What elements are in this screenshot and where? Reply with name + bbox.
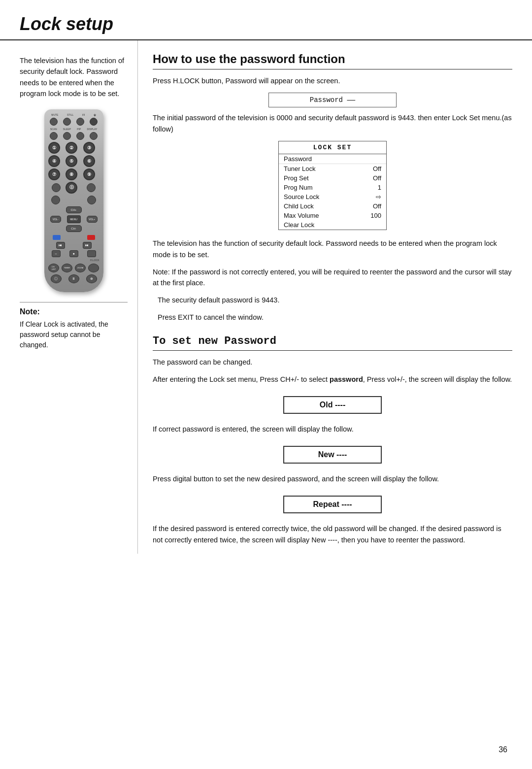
lockset-tunerlock-row: Tuner Lock Off	[279, 164, 386, 173]
lockset-maxvolume-row: Max Volume 100	[279, 211, 386, 220]
minus-btn: –	[52, 250, 61, 257]
how-to-para1: The initial password of the television i…	[153, 112, 512, 135]
ch-plus-btn: CH+	[66, 206, 82, 213]
title-bar: Lock setup	[0, 0, 532, 40]
bottom-row-2: ⓘ ⏸ ⊕	[47, 274, 100, 283]
page-number: 36	[499, 745, 507, 754]
lockset-password-row: Password	[279, 154, 386, 164]
sleep-btn	[63, 132, 71, 140]
lockset-sourcelock-row: Source Lock ⇨	[279, 192, 386, 201]
ch-minus-btn: CH-	[66, 225, 82, 232]
info-btn: ⓘ	[51, 274, 62, 283]
lockset-progset-label: Prog Set	[284, 174, 362, 182]
remote-second-buttons	[47, 132, 100, 140]
lockset-sourcelock-label: Source Lock	[284, 193, 362, 201]
pstd-btn	[51, 196, 60, 204]
new-password-title: To set new Password	[153, 335, 512, 351]
lockset-tunerlock-value: Off	[362, 165, 381, 172]
lockset-maxvolume-value: 100	[362, 212, 381, 219]
lockset-progset-value: Off	[362, 174, 381, 182]
remote-numpad: ① ② ③ ④ ⑤ ⑥ ⑦ ⑧ ⑨ ⓪	[48, 142, 100, 194]
how-to-section: How to use the password function Press H…	[153, 52, 512, 323]
rt-btn	[88, 264, 99, 272]
page-container: Lock setup The television has the functi…	[0, 0, 532, 769]
old-display-text: Old ----	[320, 401, 345, 409]
new-display-container: New ----	[153, 441, 512, 468]
new-password-section: To set new Password The password can be …	[153, 335, 512, 545]
right-column: How to use the password function Press H…	[138, 40, 512, 554]
rec-btn: ●	[69, 250, 78, 257]
menu-btn: MENU	[67, 215, 81, 223]
pip-btn	[76, 132, 84, 140]
bottom-row-1: CHLIST TIMER ZOOM	[47, 264, 100, 272]
remote-second-labels: SCANSLEEPPIPDISPLAY	[47, 128, 100, 131]
timer-btn: TIMER	[62, 264, 72, 272]
scan-btn	[50, 132, 58, 140]
num-6: ⑥	[83, 155, 95, 167]
old-display-box: Old ----	[283, 396, 382, 414]
lockset-clearlock-label: Clear Lock	[284, 221, 362, 229]
num-0: ⓪	[66, 182, 77, 194]
num-5: ⑤	[66, 155, 77, 167]
display-btn	[90, 132, 98, 140]
new-password-para1: The password can be changed.	[153, 357, 512, 368]
red-btn	[87, 235, 95, 240]
old-display-container: Old ----	[153, 391, 512, 419]
rew-btn: ⏮	[56, 242, 65, 249]
remote-top-buttons	[47, 118, 100, 126]
lockset-header: LOCK SET	[279, 141, 386, 154]
num-7: ⑦	[48, 168, 60, 180]
power-btn	[90, 118, 98, 126]
how-to-title: How to use the password function	[153, 52, 512, 69]
left-intro-text: The television has the function of secur…	[20, 55, 128, 100]
new-password-para2: After entering the Lock set menu, Press …	[153, 374, 512, 385]
lockset-clearlock-row: Clear Lock	[279, 220, 386, 230]
lockset-password-value	[362, 155, 381, 163]
sstd-btn	[87, 196, 96, 204]
lockset-tunerlock-label: Tuner Lock	[284, 165, 362, 172]
colored-row-1	[47, 235, 100, 240]
how-to-para4: The security default password is 9443.	[153, 295, 512, 306]
transport-row: ⏮ ⏭	[47, 242, 100, 249]
enter-btn: ⊕	[86, 274, 97, 283]
new-display-box: New ----	[283, 446, 382, 464]
note-text: If Clear Lock is activated, the password…	[20, 319, 128, 350]
lockset-prognum-row: Prog Num 1	[279, 183, 386, 192]
lockset-sourcelock-value: ⇨	[362, 193, 381, 201]
still-btn	[63, 118, 71, 126]
num-1: ①	[48, 142, 60, 154]
lockset-prognum-value: 1	[362, 184, 381, 191]
hlock-label: H.LOCK	[47, 259, 100, 262]
lockset-password-label: Password	[284, 155, 362, 163]
main-content: The television has the function of secur…	[0, 40, 532, 554]
vol-minus-btn: VOL-	[50, 216, 61, 223]
num-3: ③	[83, 142, 95, 154]
blue-btn	[53, 235, 61, 240]
mute-btn	[50, 118, 58, 126]
num-9: ⑨	[83, 168, 95, 180]
how-to-para3: Note: If the password is not correctly e…	[153, 267, 512, 289]
transport-row-2: – ●	[47, 250, 100, 257]
chlist-btn: CHLIST	[48, 264, 59, 272]
pstd-row	[47, 196, 100, 204]
lockset-prognum-label: Prog Num	[284, 184, 362, 191]
lockset-container: LOCK SET Password Tuner Lock Off Prog Se…	[153, 141, 512, 230]
how-to-para5: Press EXIT to cancel the window.	[153, 312, 512, 323]
repeat-display-container: Repeat ----	[153, 491, 512, 518]
new-password-para5: If the desired password is entered corre…	[153, 523, 512, 546]
repeat-display-text: Repeat ----	[313, 500, 352, 509]
num-4: ④	[48, 155, 60, 167]
page-title: Lock setup	[20, 14, 512, 34]
ch-minus-section: CH-	[47, 225, 100, 233]
remote-top-labels: MUTESTILLI/II⏻	[47, 113, 100, 116]
zoom-btn: ZOOM	[75, 264, 86, 272]
new-password-para4: Press digital button to set the new desi…	[153, 473, 512, 485]
new-display-text: New ----	[318, 450, 347, 459]
password-display-text: Password ——	[310, 96, 355, 104]
pause-btn: ⏸	[68, 274, 79, 283]
lockset-table: LOCK SET Password Tuner Lock Off Prog Se…	[278, 141, 387, 230]
remote-illustration: MUTESTILLI/II⏻ SCANSLEEPPIPDISPLAY	[20, 109, 128, 292]
tv-av-btn	[52, 183, 61, 192]
how-to-para2: The television has the function of secur…	[153, 238, 512, 261]
lockset-clearlock-value	[362, 221, 381, 229]
